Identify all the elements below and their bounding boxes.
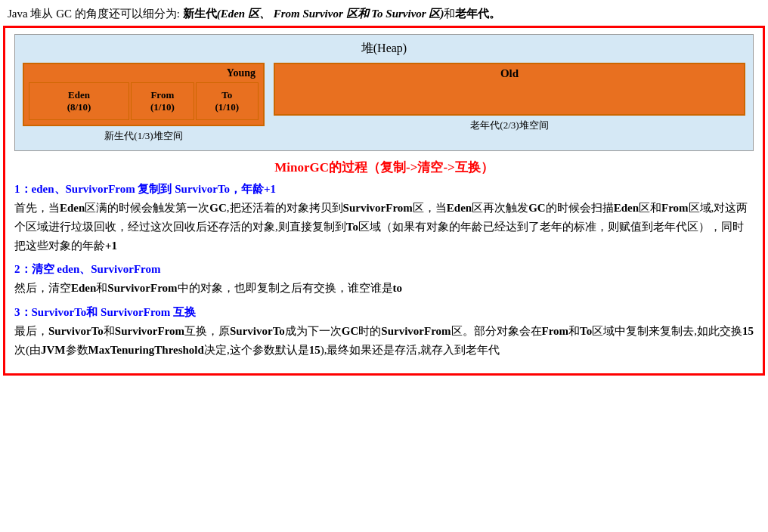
section-3: 3：SurvivorTo和 SurvivorFrom 互换 最后，Survivo…: [14, 305, 754, 360]
young-box: Young Eden (8/10) From (1/10) To (1/10): [23, 63, 265, 126]
intro-regions: (Eden 区、 From Survivor 区和 To Survivor 区): [217, 8, 444, 20]
section-2: 2：清空 eden、SurvivorFrom 然后，清空Eden和Survivo…: [14, 262, 754, 298]
main-content: 堆(Heap) Young Eden (8/10) From (1/10): [3, 26, 765, 376]
from-size: (1/10): [150, 101, 175, 113]
section-2-body: 然后，清空Eden和SurvivorFrom中的对象，也即复制之后有交换，谁空谁…: [14, 279, 754, 298]
to-label: To: [221, 89, 232, 101]
section-3-body: 最后，SurvivorTo和SurvivorFrom互换，原SurvivorTo…: [14, 322, 754, 360]
old-label: Old: [500, 67, 519, 80]
eden-size: (8/10): [67, 101, 91, 113]
from-label: From: [150, 89, 174, 101]
from-cell: From (1/10): [131, 82, 194, 120]
intro-and: 和: [444, 8, 455, 20]
old-section: Old 老年代(2/3)堆空间: [274, 63, 745, 132]
eden-label: Eden: [68, 89, 90, 101]
young-sub: 新生代(1/3)堆空间: [104, 129, 182, 143]
section-1: 1：eden、SurvivorFrom 复制到 SurvivorTo，年龄+1 …: [14, 182, 754, 255]
young-label: Young: [29, 67, 259, 79]
minor-gc-heading: MinorGC的过程（复制->清空->互换）: [14, 159, 754, 176]
to-size: (1/10): [215, 101, 239, 113]
old-sub: 老年代(2/3)堆空间: [470, 119, 548, 132]
section-3-heading: 3：SurvivorTo和 SurvivorFrom 互换: [14, 305, 754, 320]
heap-title: 堆(Heap): [23, 41, 745, 57]
section-2-heading: 2：清空 eden、SurvivorFrom: [14, 262, 754, 277]
section-1-body: 首先，当Eden区满的时候会触发第一次GC,把还活着的对象拷贝到Survivor…: [14, 199, 754, 255]
intro-text: Java 堆从 GC 的角度还可以细分为: 新生代(Eden 区、 From S…: [0, 0, 768, 26]
eden-cell: Eden (8/10): [29, 82, 129, 120]
old-box: Old: [274, 63, 745, 116]
intro-oldgen: 老年代。: [455, 8, 500, 20]
young-section: Young Eden (8/10) From (1/10) To (1/10): [23, 63, 265, 143]
section-1-heading: 1：eden、SurvivorFrom 复制到 SurvivorTo，年龄+1: [14, 182, 754, 196]
intro-prefix: Java 堆从 GC 的角度还可以细分为:: [8, 8, 183, 20]
heap-diagram: 堆(Heap) Young Eden (8/10) From (1/10): [14, 34, 754, 151]
to-cell: To (1/10): [196, 82, 259, 120]
intro-newgen: 新生代: [183, 8, 217, 20]
